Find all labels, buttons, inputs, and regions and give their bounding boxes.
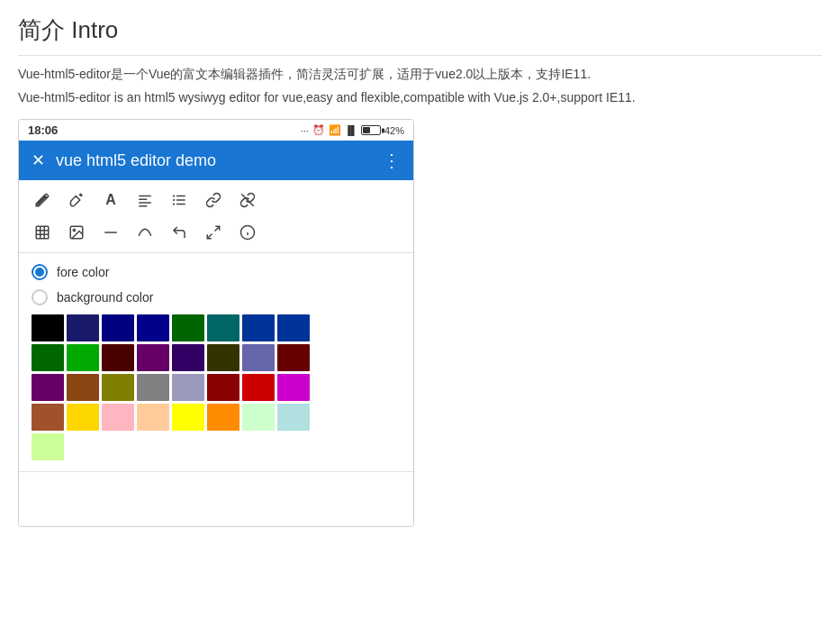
toolbar-link-button[interactable] xyxy=(197,186,230,214)
color-swatch[interactable] xyxy=(242,314,275,341)
color-swatch[interactable] xyxy=(32,433,64,460)
status-time: 18:06 xyxy=(28,123,58,137)
color-swatch[interactable] xyxy=(277,404,310,431)
color-panel: fore color background color xyxy=(19,253,413,472)
toolbar-expand-button[interactable] xyxy=(197,218,230,247)
color-swatch[interactable] xyxy=(137,344,169,371)
toolbar-pencil-button[interactable] xyxy=(26,186,59,214)
color-swatch[interactable] xyxy=(242,344,275,371)
battery-icon xyxy=(361,125,381,135)
toolbar-row-2 xyxy=(26,218,406,247)
svg-rect-18 xyxy=(104,232,117,233)
bg-color-option[interactable]: background color xyxy=(32,289,401,305)
svg-line-19 xyxy=(215,226,220,231)
wifi-icon: 📶 xyxy=(329,124,341,136)
color-swatch[interactable] xyxy=(102,344,134,371)
color-swatch[interactable] xyxy=(67,344,99,371)
font-icon: A xyxy=(105,192,116,208)
app-toolbar-left: ✕ vue html5 editor demo xyxy=(32,150,216,170)
color-swatch[interactable] xyxy=(207,404,239,431)
editor-content[interactable] xyxy=(19,472,413,526)
close-button[interactable]: ✕ xyxy=(32,150,45,170)
color-swatch[interactable] xyxy=(102,314,134,341)
toolbar-image-button[interactable] xyxy=(60,218,93,247)
fore-color-label: fore color xyxy=(57,265,109,279)
color-swatch[interactable] xyxy=(137,374,169,401)
svg-rect-0 xyxy=(139,196,151,197)
color-swatch[interactable] xyxy=(32,314,64,341)
color-swatch[interactable] xyxy=(102,404,134,431)
color-grid xyxy=(32,314,401,460)
fore-color-option[interactable]: fore color xyxy=(32,264,401,280)
color-swatch[interactable] xyxy=(137,404,169,431)
color-swatch[interactable] xyxy=(32,374,64,401)
status-icons: ··· ⏰ 📶 ▐▌ 42% xyxy=(301,124,404,136)
fore-color-radio-inner xyxy=(35,268,44,277)
svg-line-20 xyxy=(207,234,212,239)
toolbar-row-1: A xyxy=(26,186,406,214)
bg-color-label: background color xyxy=(57,290,153,305)
svg-point-8 xyxy=(173,199,175,201)
color-swatch[interactable] xyxy=(277,374,310,401)
clock-icon: ⏰ xyxy=(312,124,325,136)
color-swatch[interactable] xyxy=(67,374,99,401)
color-swatch[interactable] xyxy=(32,404,64,431)
svg-point-17 xyxy=(73,229,75,231)
svg-rect-2 xyxy=(139,202,151,204)
svg-rect-11 xyxy=(36,226,49,239)
signal-icon: ··· xyxy=(301,125,309,136)
toolbar-undo-button[interactable] xyxy=(163,218,195,247)
phone-mockup: 18:06 ··· ⏰ 📶 ▐▌ 42% ✕ vue html5 editor … xyxy=(18,119,414,527)
svg-point-7 xyxy=(173,195,175,196)
battery-percent: 42% xyxy=(384,125,404,136)
color-swatch[interactable] xyxy=(67,314,99,341)
signal-strength-icon: ▐▌ xyxy=(345,125,357,135)
more-button[interactable]: ⋮ xyxy=(383,150,401,171)
color-swatch[interactable] xyxy=(102,374,134,401)
color-swatch[interactable] xyxy=(277,344,310,371)
toolbar-hr-button[interactable] xyxy=(95,218,127,247)
toolbar-font-button[interactable]: A xyxy=(95,186,127,214)
svg-rect-3 xyxy=(139,205,147,207)
page-container: 简介 Intro Vue-html5-editor是一个Vue的富文本编辑器插件… xyxy=(0,0,840,541)
color-swatch[interactable] xyxy=(172,344,204,371)
toolbar-align-button[interactable] xyxy=(129,186,161,214)
color-swatch[interactable] xyxy=(67,404,99,431)
color-swatch[interactable] xyxy=(207,314,239,341)
page-title: 简介 Intro xyxy=(18,14,822,56)
color-swatch[interactable] xyxy=(172,314,204,341)
svg-rect-1 xyxy=(139,199,147,201)
color-swatch[interactable] xyxy=(172,374,204,401)
color-swatch[interactable] xyxy=(207,374,239,401)
color-swatch[interactable] xyxy=(277,314,310,341)
description-en: Vue-html5-editor is an html5 wysiwyg edi… xyxy=(18,90,822,105)
bg-color-radio[interactable] xyxy=(32,289,48,305)
toolbar-table-button[interactable] xyxy=(26,218,59,247)
color-swatch[interactable] xyxy=(32,344,64,371)
color-swatch[interactable] xyxy=(242,404,275,431)
app-toolbar: ✕ vue html5 editor demo ⋮ xyxy=(19,141,413,180)
svg-point-9 xyxy=(173,203,175,205)
editor-toolbar: A xyxy=(19,180,413,253)
toolbar-unlink-button[interactable] xyxy=(231,186,264,214)
toolbar-list-button[interactable] xyxy=(163,186,195,214)
color-swatch[interactable] xyxy=(172,404,204,431)
status-bar: 18:06 ··· ⏰ 📶 ▐▌ 42% xyxy=(19,120,413,141)
color-swatch[interactable] xyxy=(207,344,239,371)
toolbar-curve-button[interactable] xyxy=(129,218,161,247)
app-title: vue html5 editor demo xyxy=(56,151,216,170)
color-swatch[interactable] xyxy=(137,314,169,341)
svg-rect-5 xyxy=(176,199,185,201)
fore-color-radio[interactable] xyxy=(32,264,48,280)
toolbar-brush-button[interactable] xyxy=(60,186,93,214)
svg-rect-6 xyxy=(176,204,185,205)
svg-rect-4 xyxy=(176,196,185,197)
toolbar-info-button[interactable] xyxy=(231,218,264,247)
description-cn: Vue-html5-editor是一个Vue的富文本编辑器插件，简洁灵活可扩展，… xyxy=(18,67,822,83)
color-swatch[interactable] xyxy=(242,374,275,401)
